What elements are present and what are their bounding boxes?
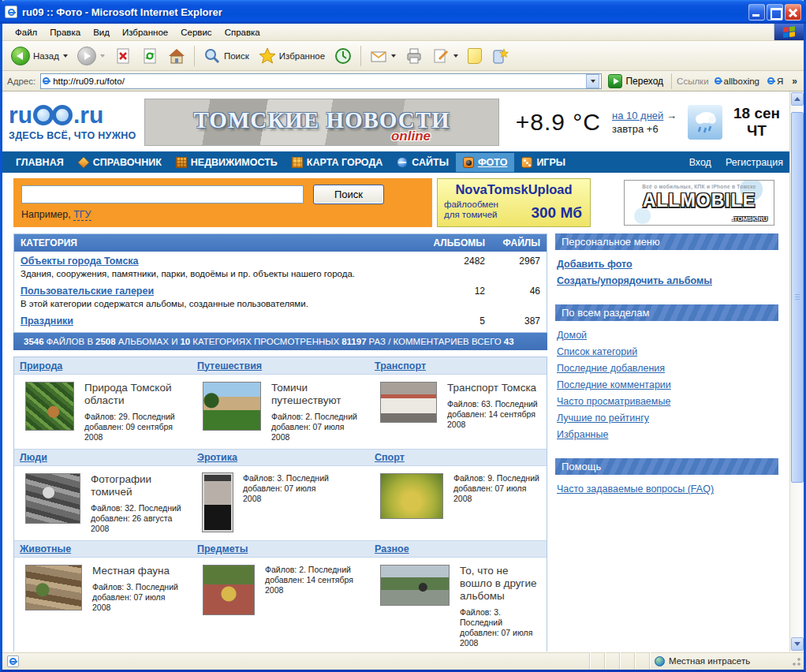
tomorrow-temp: завтра +6 — [612, 123, 659, 135]
album-category-link-nature[interactable]: Природа — [14, 360, 192, 371]
search-button-toolbar[interactable]: Поиск — [200, 45, 253, 67]
search-input[interactable] — [21, 185, 304, 203]
links-bar-item-ya[interactable]: Я — [765, 77, 785, 86]
banner-online-badge: online — [391, 129, 431, 144]
sidebar-link-faq[interactable]: Часто задаваемые вопросы (FAQ) — [557, 481, 777, 498]
sidebar-header-help: Помощь — [555, 458, 778, 475]
album-cell: Фотографии томичей Файлов: 32. Последний… — [14, 466, 192, 540]
ie-page-icon — [5, 6, 17, 18]
album-thumbnail-people[interactable] — [25, 473, 80, 524]
sidebar-link-latest-additions[interactable]: Последние добавления — [557, 360, 777, 377]
sidebar-link-home[interactable]: Домой — [557, 327, 777, 344]
album-thumbnail-animals[interactable] — [25, 565, 82, 610]
back-button[interactable]: Назад — [7, 44, 72, 68]
address-dropdown[interactable] — [586, 74, 599, 88]
album-category-link-sport[interactable]: Спорт — [369, 452, 547, 463]
category-link-user-galleries[interactable]: Пользовательские галереи — [21, 286, 154, 297]
forecast-link[interactable]: на 10 дней — [612, 110, 663, 121]
search-submit-button[interactable]: Поиск — [313, 185, 384, 204]
ad-allmobile[interactable]: Всё о мобильных, КПК и iPhone в Томске A… — [624, 180, 774, 226]
album-category-link-erotica[interactable]: Эротика — [192, 452, 369, 463]
category-link-objects[interactable]: Объекты города Томска — [21, 256, 139, 267]
album-category-link-travel[interactable]: Путешествия — [192, 360, 369, 371]
album-thumbnail-transport[interactable] — [380, 382, 437, 423]
album-thumbnail-erotica[interactable] — [203, 473, 233, 532]
album-thumbnail-sport[interactable] — [380, 473, 443, 519]
table-row: Объекты города Томска Здания, сооружения… — [14, 252, 547, 282]
windows-logo — [774, 24, 804, 40]
home-button[interactable] — [164, 45, 189, 67]
nav-item-games[interactable]: ИГРЫ — [514, 153, 573, 172]
weekday-label: ЧТ — [747, 122, 767, 139]
site-logo[interactable]: ru .ru ЗДЕСЬ ВСЁ, ЧТО НУЖНО — [9, 103, 136, 141]
album-thumbnail-travel[interactable] — [203, 382, 261, 431]
nav-item-sites[interactable]: САЙТЫ — [390, 153, 456, 172]
sidebar-link-add-photo[interactable]: Добавить фото — [557, 256, 777, 273]
menu-edit[interactable]: Правка — [43, 26, 87, 39]
forward-button[interactable] — [73, 44, 109, 68]
maximize-button[interactable] — [767, 4, 783, 21]
scroll-up-button[interactable] — [791, 92, 804, 106]
login-link[interactable]: Вход — [689, 157, 711, 168]
nav-item-main[interactable]: ГЛАВНАЯ — [9, 153, 71, 172]
refresh-button[interactable] — [137, 45, 162, 67]
address-field[interactable]: http://ru09.ru/foto/ — [40, 73, 602, 89]
table-row: Пользовательские галереи В этой категори… — [14, 282, 547, 312]
sidebar-link-manage-albums[interactable]: Создать/упорядочить альбомы — [557, 273, 777, 289]
go-icon — [608, 74, 622, 88]
register-link[interactable]: Регистрация — [726, 157, 783, 168]
stop-button[interactable] — [110, 45, 136, 67]
menu-tools[interactable]: Сервис — [174, 26, 218, 39]
menu-favorites[interactable]: Избранное — [116, 26, 174, 39]
nav-item-directory[interactable]: СПРАВОЧНИК — [71, 153, 169, 172]
favorites-button[interactable]: Избранное — [255, 45, 329, 67]
album-thumbnail-nature[interactable] — [25, 382, 74, 431]
sidebar-link-most-viewed[interactable]: Часто просматриваемые — [557, 394, 777, 410]
edit-button[interactable] — [428, 45, 462, 67]
notes-button[interactable] — [464, 46, 486, 66]
map-icon — [292, 157, 303, 168]
sidebar-link-favorites[interactable]: Избранные — [557, 427, 777, 443]
album-category-link-misc[interactable]: Разное — [369, 543, 547, 554]
nav-item-photo[interactable]: ФОТО — [456, 153, 514, 172]
ad-novatomskupload[interactable]: NovaTomskUpload файлообмен для томичей 3… — [437, 178, 591, 227]
album-cell: Транспорт Томска Файлов: 63. Последний д… — [369, 375, 547, 449]
resize-grip[interactable] — [791, 656, 801, 666]
ie-url-icon — [43, 77, 50, 84]
sidebar-link-category-list[interactable]: Список категорий — [557, 344, 777, 360]
menu-file[interactable]: Файл — [9, 26, 43, 39]
album-category-link-objects[interactable]: Предметы — [192, 543, 369, 554]
links-bar-item-allboxing[interactable]: allboxing — [712, 77, 762, 86]
menu-help[interactable]: Справка — [218, 26, 267, 39]
sidebar-header-all-sections: По всем разделам — [555, 304, 778, 321]
nav-item-citymap[interactable]: КАРТА ГОРОДА — [285, 153, 390, 172]
go-button[interactable]: Переход — [605, 73, 666, 89]
history-button[interactable] — [330, 45, 356, 67]
news-banner[interactable]: ТОМСКИЕ НОВОСТИ online — [144, 99, 499, 146]
scroll-down-button[interactable] — [791, 637, 804, 651]
close-button[interactable] — [785, 4, 801, 21]
camera-icon — [463, 157, 474, 168]
menu-view[interactable]: Вид — [87, 26, 116, 39]
album-thumbnail-misc[interactable] — [380, 565, 450, 606]
album-category-link-transport[interactable]: Транспорт — [369, 360, 547, 371]
album-cell: Томичи путешествуют Файлов: 2. Последний… — [192, 375, 369, 449]
messenger-button[interactable] — [487, 45, 513, 67]
notes-icon — [468, 48, 482, 64]
sidebar-link-latest-comments[interactable]: Последние комментарии — [557, 377, 777, 394]
scrollbar-thumb[interactable] — [791, 112, 804, 483]
status-bar: Местная интрасеть — [2, 651, 804, 670]
vertical-scrollbar[interactable] — [789, 91, 804, 651]
mail-button[interactable] — [366, 45, 400, 67]
album-category-link-animals[interactable]: Животные — [14, 543, 192, 554]
album-thumbnail-objects[interactable] — [203, 565, 255, 615]
search-example-link[interactable]: ТГУ — [73, 209, 91, 221]
category-link-holidays[interactable]: Праздники — [21, 315, 73, 327]
minimize-button[interactable] — [748, 4, 765, 21]
nav-item-realty[interactable]: НЕДВИЖИМОСТЬ — [169, 153, 285, 172]
links-overflow-chevron[interactable]: » — [789, 76, 800, 87]
album-category-link-people[interactable]: Люди — [14, 452, 192, 463]
print-button[interactable] — [401, 45, 427, 67]
sidebar-link-top-rated[interactable]: Лучшие по рейтингу — [557, 410, 777, 427]
address-url[interactable]: http://ru09.ru/foto/ — [53, 77, 583, 86]
